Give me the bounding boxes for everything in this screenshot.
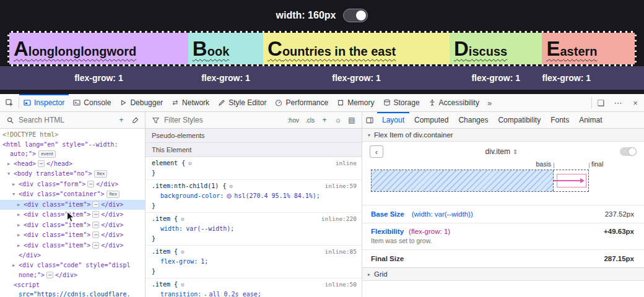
rule-selector[interactable]: .item { (152, 281, 178, 288)
collapsed-ellipsis[interactable]: ⋯ (92, 222, 99, 228)
tab-debugger[interactable]: Debugger (115, 94, 167, 111)
collapsed-ellipsis[interactable]: ⋯ (46, 272, 53, 278)
width-toggle[interactable] (343, 9, 368, 22)
tab-console[interactable]: Console (69, 94, 115, 111)
eyedropper-icon[interactable] (130, 117, 140, 124)
twisty-icon[interactable]: ▶ (17, 231, 24, 241)
twisty-icon[interactable]: ▶ (17, 241, 24, 251)
gear-icon[interactable]: ⚙ (181, 282, 184, 288)
tab-layout[interactable]: Layout (377, 112, 409, 128)
twisty-icon[interactable]: ▼ (7, 170, 14, 179)
pseudo-elements-header[interactable]: Pseudo-elements (146, 129, 362, 143)
tab-accessibility[interactable]: Accessibility (424, 94, 484, 111)
gear-icon[interactable]: ⚙ (229, 183, 232, 189)
add-rule-icon[interactable]: + (320, 116, 329, 124)
code-div-continuation[interactable]: none;">⋯</div> (0, 270, 145, 280)
this-element-header[interactable]: This Element (146, 143, 362, 157)
item-div-node[interactable]: ▶<div class="item">⋯</div> (0, 230, 145, 241)
rule-source-link[interactable]: inline:50 (325, 280, 357, 290)
filter-styles-input[interactable]: Filter Styles (164, 116, 282, 124)
tab-performance[interactable]: Performance (271, 94, 333, 111)
code-div-node[interactable]: ▶<div class="code" style="displ (0, 260, 145, 271)
rule-source-link[interactable]: inline (336, 158, 357, 168)
rule-source-link[interactable]: inline:59 (325, 181, 357, 191)
item-div-node[interactable]: ▶<div class="item">⋯</div> (0, 220, 145, 231)
collapsed-ellipsis[interactable]: ⋯ (38, 160, 45, 167)
pseudo-class-toggle[interactable]: :hov (286, 116, 300, 124)
tab-animations[interactable]: Animat (574, 112, 607, 128)
rule-source-link[interactable]: inline:220 (321, 214, 357, 224)
rule-selector[interactable]: element { (152, 160, 185, 166)
html-node-continuation[interactable]: auto;">event (0, 149, 145, 159)
sidebar-toggle-icon[interactable] (362, 112, 377, 128)
twisty-icon[interactable]: ▶ (17, 221, 24, 231)
doctype-node[interactable]: <!DOCTYPE html> (0, 130, 145, 140)
tab-changes[interactable]: Changes (453, 112, 493, 128)
twisty-icon[interactable]: ▶ (17, 200, 24, 210)
tab-style-editor[interactable]: Style Editor (214, 94, 271, 111)
tab-computed[interactable]: Computed (409, 112, 453, 128)
color-swatch[interactable] (227, 194, 232, 199)
class-toggle[interactable]: .cls (304, 116, 316, 124)
back-button[interactable]: ‹ (370, 145, 383, 158)
collapsed-ellipsis[interactable]: ⋯ (92, 231, 99, 238)
rule-source-link[interactable]: inline:85 (325, 247, 357, 257)
rule-selector[interactable]: .item { (152, 248, 178, 255)
script-src-attribute[interactable]: src="https://cdnjs.cloudflare. (0, 290, 145, 297)
twisty-icon[interactable]: ▶ (17, 210, 24, 220)
tab-inspector[interactable]: Inspector (19, 94, 69, 111)
node-picker-button[interactable] (0, 94, 19, 111)
form-div-node[interactable]: ▶<div class="form">⋯</div> (0, 179, 145, 190)
twisty-icon[interactable]: ▶ (12, 261, 19, 271)
collapsed-ellipsis[interactable]: ⋯ (87, 181, 94, 187)
collapsed-ellipsis[interactable]: ⋯ (92, 211, 99, 218)
property-value[interactable]: var(--width); (186, 225, 234, 232)
gear-icon[interactable]: ⚙ (181, 249, 184, 255)
html-node[interactable]: <html lang="en" style="--width: (0, 140, 145, 150)
search-html-input[interactable]: Search HTML (19, 116, 113, 124)
item-div-node[interactable]: ▶<div class="item">⋯</div> (0, 210, 145, 220)
body-node[interactable]: ▼<body translate="no">flex (0, 169, 145, 179)
twisty-icon[interactable]: ▶ (12, 180, 19, 190)
property-name[interactable]: width: (160, 225, 183, 232)
property-value[interactable]: hsl(270.4 95.1% 84.1%); (234, 192, 320, 199)
gear-icon[interactable]: ⚙ (188, 160, 191, 166)
tab-fonts[interactable]: Fonts (546, 112, 574, 128)
event-badge[interactable]: event (38, 150, 56, 158)
property-value[interactable]: 1; (201, 258, 208, 265)
flex-item-selector-dropdown[interactable]: div.item ⇕ (388, 147, 615, 156)
light-mode-icon[interactable]: ☼ (333, 116, 343, 124)
tab-memory[interactable]: Memory (333, 94, 378, 111)
item-div-node-selected[interactable]: ▶<div class="item">⋯</div> (0, 200, 145, 210)
tab-compatibility[interactable]: Compatibility (493, 112, 546, 128)
property-name[interactable]: flex-grow: (160, 258, 198, 265)
add-node-icon[interactable]: + (116, 116, 126, 124)
collapsed-ellipsis[interactable]: ⋯ (92, 242, 99, 249)
property-value[interactable]: all 0.2s ease; (209, 291, 261, 297)
rule-selector[interactable]: .item:nth-child(1) { (152, 183, 226, 189)
print-media-icon[interactable]: ▤ (347, 116, 357, 124)
script-node[interactable]: <script (0, 280, 145, 290)
meatball-menu-icon[interactable]: ⋯ (609, 94, 627, 111)
tab-network[interactable]: Network (167, 94, 214, 111)
tab-storage[interactable]: Storage (379, 94, 424, 111)
container-div-node[interactable]: ▼<div class="container">flex (0, 189, 145, 200)
property-name[interactable]: transition: (160, 291, 201, 297)
twisty-icon[interactable]: ▼ (12, 190, 19, 200)
head-node[interactable]: ▶<head>⋯</head> (0, 159, 145, 170)
flex-badge[interactable]: flex (107, 191, 119, 198)
dock-options-icon[interactable]: ❏ (592, 94, 609, 111)
flex-item-section-header[interactable]: ▾ Flex Item of div.container (362, 129, 644, 142)
flex-badge[interactable]: flex (94, 170, 107, 178)
container-close-node[interactable]: </div> (0, 251, 145, 260)
close-devtools-icon[interactable]: × (627, 94, 644, 111)
tabs-overflow-button[interactable]: » (484, 94, 495, 111)
property-name[interactable]: background-color: (160, 192, 224, 199)
transition-twisty-icon[interactable]: ▸ (204, 293, 207, 297)
twisty-icon[interactable]: ▶ (7, 160, 14, 170)
collapsed-ellipsis[interactable]: ⋯ (92, 201, 99, 208)
item-div-node[interactable]: ▶<div class="item">⋯</div> (0, 241, 145, 251)
gear-icon[interactable]: ⚙ (181, 216, 184, 222)
grid-section-header[interactable]: ▸ Grid (362, 267, 644, 281)
rule-selector[interactable]: .item { (152, 215, 178, 222)
